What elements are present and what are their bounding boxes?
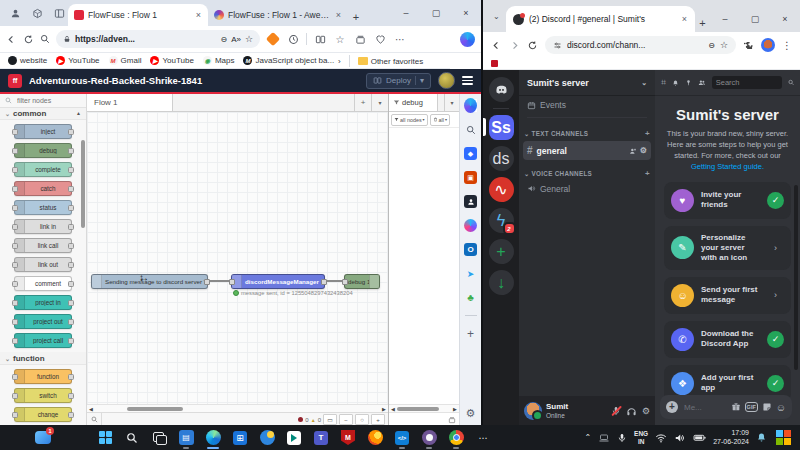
palette-category-function[interactable]: ⌄ function	[0, 352, 86, 365]
scroll-right-icon[interactable]: ▶	[380, 406, 388, 412]
input-port[interactable]	[229, 279, 235, 285]
sidebar-menu-caret[interactable]: ▾	[444, 94, 459, 111]
threads-icon[interactable]: ⌗	[661, 77, 666, 88]
onboarding-card[interactable]: ✎ Personalize your server with an icon ›	[664, 226, 791, 270]
discord-home-icon[interactable]	[489, 77, 514, 102]
clear-log-dropdown[interactable]: all ▾	[430, 114, 450, 126]
read-aloud-icon[interactable]: A»	[231, 35, 241, 44]
new-tab-button[interactable]: +	[348, 8, 364, 26]
deploy-caret-icon[interactable]: ▾	[415, 76, 424, 85]
back-icon[interactable]	[6, 34, 17, 45]
tab-flowfuse-flow1-awesome[interactable]: FlowFuse : Flow 1 - Awesom ×	[208, 4, 348, 26]
github-desktop-icon[interactable]	[418, 427, 440, 449]
metamask-icon[interactable]	[266, 34, 280, 44]
download-apps-icon[interactable]: ↓	[489, 270, 514, 295]
favorite-item[interactable]: M Gmail	[109, 56, 142, 65]
taskbar-search-icon[interactable]	[121, 427, 143, 449]
close-button[interactable]: ×	[451, 0, 481, 26]
gift-icon[interactable]	[731, 402, 741, 412]
edge-taskbar-icon[interactable]	[202, 427, 224, 449]
add-server-icon[interactable]: +	[489, 239, 514, 264]
deploy-button[interactable]: Deploy ▾	[366, 73, 431, 89]
flow-list-icon[interactable]: ▾	[371, 94, 388, 111]
member-list-icon[interactable]	[698, 77, 706, 88]
add-flow-button[interactable]: +	[354, 94, 371, 111]
filter-nodes-input[interactable]	[15, 96, 77, 105]
task-view-icon[interactable]	[148, 427, 170, 449]
filter-nodes-dropdown[interactable]: all nodes ▾	[391, 114, 428, 126]
back-icon[interactable]	[491, 40, 502, 51]
palette-node[interactable]: debug	[14, 143, 72, 158]
browser-essentials-icon[interactable]	[373, 34, 387, 45]
output-port[interactable]	[204, 279, 210, 285]
deafen-headphones-icon[interactable]	[626, 406, 637, 417]
attach-plus-icon[interactable]: +	[666, 401, 678, 413]
debug-node[interactable]: debug 1	[344, 274, 380, 289]
forward-icon[interactable]	[509, 40, 520, 51]
warnings-icon[interactable]: ▲	[311, 417, 316, 423]
getting-started-link[interactable]: Getting Started guide.	[691, 162, 764, 171]
search-icon[interactable]	[788, 78, 794, 87]
scroll-right-icon[interactable]: ▶	[451, 406, 459, 412]
refresh-icon[interactable]	[527, 40, 538, 51]
debug-popout-icon[interactable]	[448, 416, 456, 424]
scroll-left-icon[interactable]: ◀	[87, 406, 95, 412]
server-sumits-server[interactable]: Ss	[489, 115, 514, 140]
palette-node[interactable]: inject	[14, 124, 72, 139]
palette-node[interactable]: link call	[14, 238, 72, 253]
refresh-icon[interactable]	[23, 34, 34, 45]
notifications-bell-icon[interactable]	[672, 78, 679, 88]
address-bar[interactable]: https://adven... ⊖ A» ☆	[56, 30, 260, 48]
wifi-icon[interactable]	[655, 432, 667, 444]
address-text[interactable]: discord.com/chann...	[567, 40, 703, 50]
image-creator-icon[interactable]	[464, 195, 477, 208]
zoom-page-icon[interactable]: ⊖	[708, 41, 715, 50]
extensions-puzzle-icon[interactable]	[743, 40, 754, 51]
sticker-icon[interactable]	[762, 402, 772, 412]
palette-scrollbar[interactable]	[81, 140, 85, 228]
minimize-button[interactable]: –	[391, 0, 421, 26]
scroll-thumb[interactable]	[127, 407, 183, 411]
site-settings-icon[interactable]	[553, 41, 562, 50]
workspaces-icon[interactable]	[28, 4, 46, 22]
palette-node[interactable]: status	[14, 200, 72, 215]
close-button[interactable]: ×	[770, 6, 800, 32]
extension-clock-icon[interactable]	[286, 34, 300, 45]
palette-category-common[interactable]: ⌄ common ▲	[0, 108, 86, 121]
tab-flowfuse-flow1[interactable]: FlowFuse : Flow 1 ×	[68, 4, 208, 26]
zoom-page-icon[interactable]: ⊖	[220, 35, 227, 44]
palette-node[interactable]: link in	[14, 219, 72, 234]
debug-toggle-button[interactable]	[369, 275, 379, 288]
create-channel-icon[interactable]: +	[645, 169, 650, 178]
start-button[interactable]	[94, 427, 116, 449]
events-item[interactable]: Events	[519, 96, 655, 114]
copilot-sidebar-icon[interactable]	[464, 98, 477, 113]
other-favorites-button[interactable]: Other favorites	[358, 57, 423, 66]
minimap-toggle-icon[interactable]: ▭	[323, 414, 337, 425]
server-with-mentions[interactable]: ϟ2	[489, 208, 514, 233]
microphone-tray-icon[interactable]	[617, 433, 627, 443]
bookmark-favicon[interactable]	[491, 60, 498, 67]
palette-node[interactable]: comment	[14, 276, 72, 291]
user-avatar[interactable]	[524, 402, 542, 420]
volume-icon[interactable]	[674, 432, 686, 444]
favorites-icon[interactable]: ☆	[333, 34, 347, 45]
games-icon[interactable]: ♣	[464, 291, 477, 304]
canvas-hscrollbar[interactable]: ◀ ▶	[87, 404, 388, 412]
hamburger-menu-icon[interactable]	[462, 76, 473, 85]
copilot-icon[interactable]	[460, 32, 475, 47]
zoom-in-button[interactable]: +	[371, 414, 385, 425]
server-ds[interactable]: ds	[489, 146, 514, 171]
sidebar-settings-icon[interactable]: ⚙	[466, 407, 476, 420]
new-tab-button[interactable]: +	[695, 14, 710, 32]
palette-node[interactable]: catch	[14, 181, 72, 196]
vscode-icon[interactable]: </>	[391, 427, 413, 449]
favorites-overflow-icon[interactable]: ›	[338, 57, 341, 66]
debug-tab[interactable]: debug	[389, 94, 438, 111]
channel-general[interactable]: # general ⚙	[523, 141, 651, 160]
search-icon[interactable]	[40, 34, 50, 44]
designer-icon[interactable]	[464, 219, 477, 232]
shopping-icon[interactable]: ◆	[464, 147, 477, 160]
channel-settings-icon[interactable]: ⚙	[640, 146, 647, 155]
palette-node[interactable]: switch	[14, 388, 72, 403]
